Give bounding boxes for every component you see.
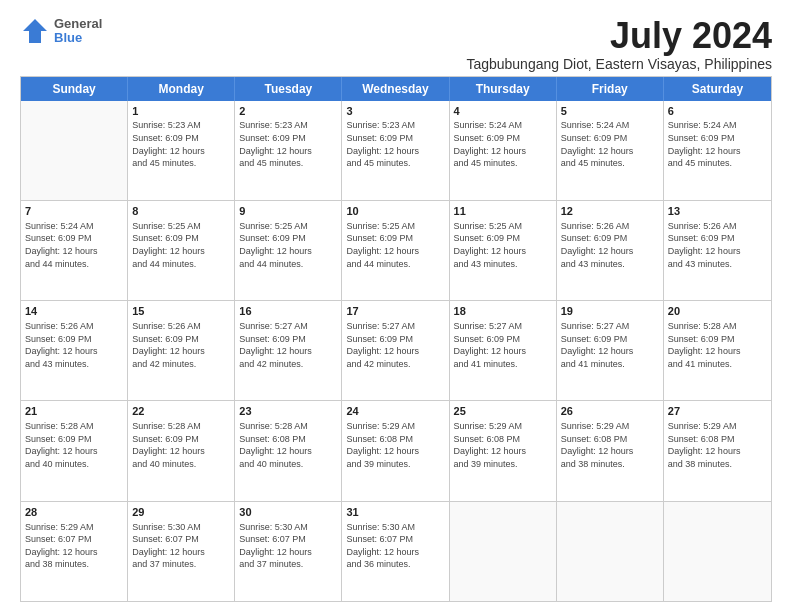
cell-info: Sunrise: 5:28 AMSunset: 6:09 PMDaylight:… [132,420,230,470]
day-number: 19 [561,304,659,319]
page: General Blue July 2024 Tagbubungang Diot… [0,0,792,612]
day-number: 21 [25,404,123,419]
calendar-cell: 11Sunrise: 5:25 AMSunset: 6:09 PMDayligh… [450,201,557,300]
logo-line1: General [54,17,102,31]
calendar-body: 1Sunrise: 5:23 AMSunset: 6:09 PMDaylight… [21,101,771,601]
day-number: 30 [239,505,337,520]
logo-text: General Blue [54,17,102,46]
calendar-header: SundayMondayTuesdayWednesdayThursdayFrid… [21,77,771,101]
calendar: SundayMondayTuesdayWednesdayThursdayFrid… [20,76,772,602]
day-number: 24 [346,404,444,419]
cell-info: Sunrise: 5:30 AMSunset: 6:07 PMDaylight:… [132,521,230,571]
cell-info: Sunrise: 5:23 AMSunset: 6:09 PMDaylight:… [132,119,230,169]
cell-info: Sunrise: 5:29 AMSunset: 6:07 PMDaylight:… [25,521,123,571]
day-number: 11 [454,204,552,219]
day-number: 28 [25,505,123,520]
day-number: 26 [561,404,659,419]
cell-info: Sunrise: 5:25 AMSunset: 6:09 PMDaylight:… [132,220,230,270]
title-block: July 2024 Tagbubungang Diot, Eastern Vis… [466,16,772,72]
day-number: 13 [668,204,767,219]
cell-info: Sunrise: 5:25 AMSunset: 6:09 PMDaylight:… [239,220,337,270]
calendar-cell: 1Sunrise: 5:23 AMSunset: 6:09 PMDaylight… [128,101,235,200]
day-number: 20 [668,304,767,319]
calendar-cell: 26Sunrise: 5:29 AMSunset: 6:08 PMDayligh… [557,401,664,500]
cell-info: Sunrise: 5:23 AMSunset: 6:09 PMDaylight:… [239,119,337,169]
day-number: 14 [25,304,123,319]
cell-info: Sunrise: 5:26 AMSunset: 6:09 PMDaylight:… [132,320,230,370]
header-day-tuesday: Tuesday [235,77,342,101]
cell-info: Sunrise: 5:30 AMSunset: 6:07 PMDaylight:… [239,521,337,571]
cell-info: Sunrise: 5:26 AMSunset: 6:09 PMDaylight:… [668,220,767,270]
day-number: 2 [239,104,337,119]
day-number: 29 [132,505,230,520]
calendar-cell: 24Sunrise: 5:29 AMSunset: 6:08 PMDayligh… [342,401,449,500]
cell-info: Sunrise: 5:24 AMSunset: 6:09 PMDaylight:… [25,220,123,270]
day-number: 8 [132,204,230,219]
calendar-cell: 9Sunrise: 5:25 AMSunset: 6:09 PMDaylight… [235,201,342,300]
calendar-week-4: 21Sunrise: 5:28 AMSunset: 6:09 PMDayligh… [21,401,771,501]
calendar-cell: 28Sunrise: 5:29 AMSunset: 6:07 PMDayligh… [21,502,128,601]
cell-info: Sunrise: 5:29 AMSunset: 6:08 PMDaylight:… [454,420,552,470]
calendar-cell: 23Sunrise: 5:28 AMSunset: 6:08 PMDayligh… [235,401,342,500]
calendar-cell: 10Sunrise: 5:25 AMSunset: 6:09 PMDayligh… [342,201,449,300]
calendar-week-1: 1Sunrise: 5:23 AMSunset: 6:09 PMDaylight… [21,101,771,201]
cell-info: Sunrise: 5:30 AMSunset: 6:07 PMDaylight:… [346,521,444,571]
cell-info: Sunrise: 5:25 AMSunset: 6:09 PMDaylight:… [454,220,552,270]
calendar-cell: 22Sunrise: 5:28 AMSunset: 6:09 PMDayligh… [128,401,235,500]
calendar-cell [21,101,128,200]
cell-info: Sunrise: 5:27 AMSunset: 6:09 PMDaylight:… [346,320,444,370]
calendar-cell: 25Sunrise: 5:29 AMSunset: 6:08 PMDayligh… [450,401,557,500]
calendar-cell: 27Sunrise: 5:29 AMSunset: 6:08 PMDayligh… [664,401,771,500]
cell-info: Sunrise: 5:28 AMSunset: 6:09 PMDaylight:… [668,320,767,370]
cell-info: Sunrise: 5:29 AMSunset: 6:08 PMDaylight:… [346,420,444,470]
header-day-thursday: Thursday [450,77,557,101]
day-number: 31 [346,505,444,520]
calendar-cell: 19Sunrise: 5:27 AMSunset: 6:09 PMDayligh… [557,301,664,400]
day-number: 12 [561,204,659,219]
calendar-cell: 29Sunrise: 5:30 AMSunset: 6:07 PMDayligh… [128,502,235,601]
cell-info: Sunrise: 5:29 AMSunset: 6:08 PMDaylight:… [561,420,659,470]
calendar-cell: 7Sunrise: 5:24 AMSunset: 6:09 PMDaylight… [21,201,128,300]
calendar-week-5: 28Sunrise: 5:29 AMSunset: 6:07 PMDayligh… [21,502,771,601]
day-number: 18 [454,304,552,319]
day-number: 5 [561,104,659,119]
logo: General Blue [20,16,102,46]
day-number: 6 [668,104,767,119]
calendar-cell: 3Sunrise: 5:23 AMSunset: 6:09 PMDaylight… [342,101,449,200]
day-number: 7 [25,204,123,219]
calendar-cell: 31Sunrise: 5:30 AMSunset: 6:07 PMDayligh… [342,502,449,601]
cell-info: Sunrise: 5:23 AMSunset: 6:09 PMDaylight:… [346,119,444,169]
header-day-friday: Friday [557,77,664,101]
day-number: 4 [454,104,552,119]
calendar-cell: 8Sunrise: 5:25 AMSunset: 6:09 PMDaylight… [128,201,235,300]
calendar-cell: 12Sunrise: 5:26 AMSunset: 6:09 PMDayligh… [557,201,664,300]
calendar-cell: 16Sunrise: 5:27 AMSunset: 6:09 PMDayligh… [235,301,342,400]
calendar-cell: 17Sunrise: 5:27 AMSunset: 6:09 PMDayligh… [342,301,449,400]
calendar-week-3: 14Sunrise: 5:26 AMSunset: 6:09 PMDayligh… [21,301,771,401]
cell-info: Sunrise: 5:27 AMSunset: 6:09 PMDaylight:… [454,320,552,370]
day-number: 17 [346,304,444,319]
day-number: 22 [132,404,230,419]
calendar-cell: 4Sunrise: 5:24 AMSunset: 6:09 PMDaylight… [450,101,557,200]
calendar-cell [557,502,664,601]
header: General Blue July 2024 Tagbubungang Diot… [20,16,772,72]
day-number: 10 [346,204,444,219]
day-number: 23 [239,404,337,419]
calendar-cell: 2Sunrise: 5:23 AMSunset: 6:09 PMDaylight… [235,101,342,200]
header-day-monday: Monday [128,77,235,101]
day-number: 1 [132,104,230,119]
cell-info: Sunrise: 5:26 AMSunset: 6:09 PMDaylight:… [25,320,123,370]
calendar-cell: 15Sunrise: 5:26 AMSunset: 6:09 PMDayligh… [128,301,235,400]
calendar-cell: 5Sunrise: 5:24 AMSunset: 6:09 PMDaylight… [557,101,664,200]
cell-info: Sunrise: 5:26 AMSunset: 6:09 PMDaylight:… [561,220,659,270]
cell-info: Sunrise: 5:27 AMSunset: 6:09 PMDaylight:… [561,320,659,370]
cell-info: Sunrise: 5:24 AMSunset: 6:09 PMDaylight:… [668,119,767,169]
cell-info: Sunrise: 5:28 AMSunset: 6:09 PMDaylight:… [25,420,123,470]
day-number: 15 [132,304,230,319]
calendar-week-2: 7Sunrise: 5:24 AMSunset: 6:09 PMDaylight… [21,201,771,301]
cell-info: Sunrise: 5:28 AMSunset: 6:08 PMDaylight:… [239,420,337,470]
calendar-cell: 13Sunrise: 5:26 AMSunset: 6:09 PMDayligh… [664,201,771,300]
day-number: 3 [346,104,444,119]
calendar-cell: 30Sunrise: 5:30 AMSunset: 6:07 PMDayligh… [235,502,342,601]
calendar-cell: 20Sunrise: 5:28 AMSunset: 6:09 PMDayligh… [664,301,771,400]
